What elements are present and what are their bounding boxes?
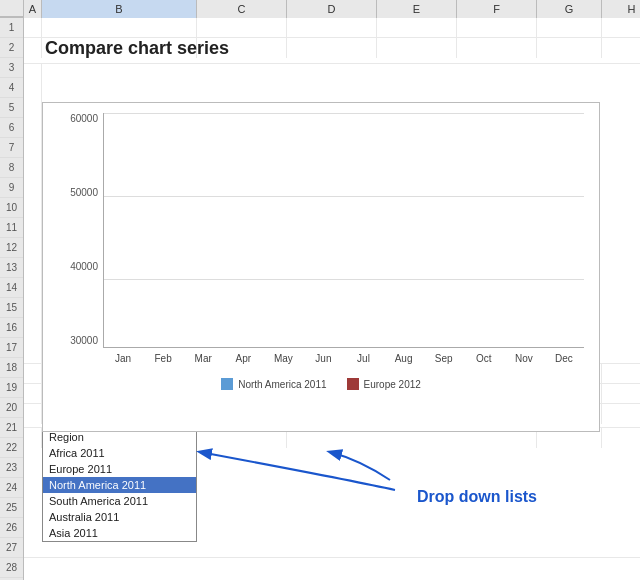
row-20: 20: [0, 398, 23, 418]
row-23: 23: [0, 458, 23, 478]
legend-label-blue: North America 2011: [238, 379, 326, 390]
row-4: 4: [0, 78, 23, 98]
row-12: 12: [0, 238, 23, 258]
row-25: 25: [0, 498, 23, 518]
dropdown-option-na-selected[interactable]: North America 2011: [43, 477, 196, 493]
cell-1g: [537, 18, 602, 38]
x-label-sep: Sep: [424, 353, 464, 373]
dropdown-option-europe[interactable]: Europe 2011: [43, 461, 196, 477]
x-label-mar: Mar: [183, 353, 223, 373]
annotation-text: Drop down lists: [417, 488, 537, 506]
legend-box-red: [347, 378, 359, 390]
x-axis: JanFebMarAprMayJunJulAugSepOctNovDec: [103, 353, 584, 373]
dropdown-option-australia[interactable]: Australia 2011: [43, 509, 196, 525]
row-1: 1: [0, 18, 23, 38]
cell-1f: [457, 18, 537, 38]
x-label-dec: Dec: [544, 353, 584, 373]
legend-label-red: Europe 2012: [364, 379, 421, 390]
row-28: 28: [0, 558, 23, 578]
dropdown-option-africa[interactable]: Africa 2011: [43, 445, 196, 461]
row-14: 14: [0, 278, 23, 298]
x-label-jan: Jan: [103, 353, 143, 373]
row-21: 21: [0, 418, 23, 438]
chart-area: 60000 50000 40000 30000: [53, 113, 589, 373]
col-header-c: C: [197, 0, 287, 18]
cell-row-2: Compare chart series: [24, 38, 640, 64]
row-5: 5: [0, 98, 23, 118]
cell-2b: Compare chart series: [42, 38, 197, 58]
col-header-e: E: [377, 0, 457, 18]
x-label-oct: Oct: [464, 353, 504, 373]
year2011-dropdown-list: Region Africa 2011 Europe 2011 North Ame…: [42, 428, 197, 542]
row-19: 19: [0, 378, 23, 398]
row-11: 11: [0, 218, 23, 238]
chart-legend: North America 2011 Europe 2012: [53, 378, 589, 390]
row-numbers: 1 2 3 4 5 6 7 8 9 10 11 12 13 14 15 16 1…: [0, 18, 24, 580]
spreadsheet: A B C D E F G H 1 2 3 4 5 6 7 8 9 10 11 …: [0, 0, 640, 580]
dropdown-option-asia[interactable]: Asia 2011: [43, 525, 196, 541]
row-27: 27: [0, 538, 23, 558]
y-label-50000: 50000: [70, 187, 98, 198]
row-9: 9: [0, 178, 23, 198]
col-header-h: H: [602, 0, 640, 18]
cell-2g: [537, 38, 602, 58]
row-3: 3: [0, 58, 23, 78]
col-header-a: A: [24, 0, 42, 18]
bar-chart: [103, 113, 584, 348]
col-header-b: B: [42, 0, 197, 18]
cell-1e: [377, 18, 457, 38]
x-label-jun: Jun: [303, 353, 343, 373]
col-header-g: G: [537, 0, 602, 18]
y-label-60000: 60000: [70, 113, 98, 124]
row-17: 17: [0, 338, 23, 358]
corner-cell: [0, 0, 24, 17]
x-label-apr: Apr: [223, 353, 263, 373]
row-13: 13: [0, 258, 23, 278]
row-26: 26: [0, 518, 23, 538]
cell-1h: [602, 18, 640, 38]
legend-box-blue: [221, 378, 233, 390]
row-18: 18: [0, 358, 23, 378]
y-label-40000: 40000: [70, 261, 98, 272]
cell-1c: [197, 18, 287, 38]
x-label-aug: Aug: [384, 353, 424, 373]
cell-row-3: 60000 50000 40000 30000: [24, 64, 640, 364]
row-16: 16: [0, 318, 23, 338]
cell-row-1: [24, 18, 640, 38]
chart-container: 60000 50000 40000 30000: [42, 102, 600, 432]
cell-1a: [24, 18, 42, 38]
row-6: 6: [0, 118, 23, 138]
rows-container: 1 2 3 4 5 6 7 8 9 10 11 12 13 14 15 16 1…: [0, 18, 640, 580]
cell-1d: [287, 18, 377, 38]
cell-row-22: Region Africa 2011 Europe 2011 North Ame…: [24, 428, 640, 558]
row-24: 24: [0, 478, 23, 498]
x-label-may: May: [263, 353, 303, 373]
cells-area: Compare chart series: [24, 18, 640, 580]
cell-2f: [457, 38, 537, 58]
cell-2c: [197, 38, 287, 58]
cell-1b: [42, 18, 197, 38]
x-label-jul: Jul: [343, 353, 383, 373]
cell-2e: [377, 38, 457, 58]
cell-2h: [602, 38, 640, 58]
legend-item-blue: North America 2011: [221, 378, 326, 390]
col-header-d: D: [287, 0, 377, 18]
x-label-feb: Feb: [143, 353, 183, 373]
col-header-f: F: [457, 0, 537, 18]
cell-3a: [24, 64, 42, 364]
dropdown-option-southamerica[interactable]: South America 2011: [43, 493, 196, 509]
row-8: 8: [0, 158, 23, 178]
column-headers: A B C D E F G H: [0, 0, 640, 18]
cell-2d: [287, 38, 377, 58]
cell-3b: 60000 50000 40000 30000: [42, 64, 197, 364]
row-2: 2: [0, 38, 23, 58]
x-label-nov: Nov: [504, 353, 544, 373]
y-label-30000: 30000: [70, 335, 98, 346]
row-7: 7: [0, 138, 23, 158]
legend-item-red: Europe 2012: [347, 378, 421, 390]
y-axis: 60000 50000 40000 30000: [53, 113, 103, 348]
cell-2a: [24, 38, 42, 58]
row-15: 15: [0, 298, 23, 318]
row-10: 10: [0, 198, 23, 218]
row-22: 22: [0, 438, 23, 458]
